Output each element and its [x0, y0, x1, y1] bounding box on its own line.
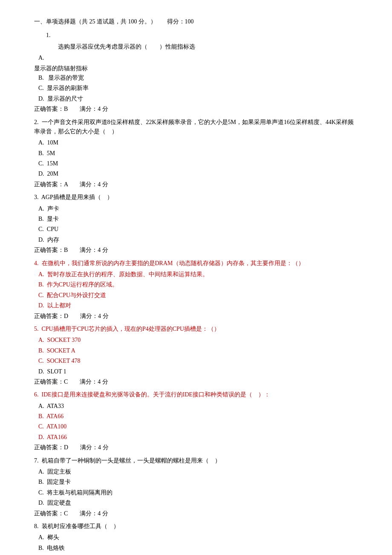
q4-optD: D. 以上都对 — [38, 301, 358, 310]
q7-answer: 正确答案：C 满分：4 分 — [34, 509, 358, 518]
question-8: 8. 装机时应准备哪些工具（ ） A. 榔头 B. 电烙铁 C. 带磁性的螺丝刀… — [34, 522, 358, 555]
q2-optB: B. 5M — [38, 149, 358, 158]
q8-optA: A. 榔头 — [38, 533, 358, 542]
q4-optC: C. 配合CPU与外设打交道 — [38, 291, 358, 300]
q1-number: 1. — [46, 32, 51, 38]
q6-answer: 正确答案：D 满分：4 分 — [34, 443, 358, 452]
q8-title: 8. 装机时应准备哪些工具（ ） — [34, 522, 358, 531]
q1-optB: B. 显示器的带宽 — [38, 73, 358, 83]
q2-optA: A. 10M — [38, 138, 358, 147]
score-display: 得分：100 — [167, 18, 194, 25]
q8-optB: B. 电烙铁 — [38, 543, 358, 553]
q6-optC: C. ATA100 — [38, 422, 358, 431]
q6-title: 6. IDE接口是用来连接硬盘和光驱等设备的。关于流行的IDE接口和种类错误的是… — [34, 390, 358, 399]
question-4: 4. 在微机中，我们通常所说的内存主要指的是DRAM（动态随机存储器）内存条，其… — [34, 259, 358, 321]
q7-title: 7. 机箱自带了一种铜制的一头是螺丝，一头是螺帽的螺柱是用来（ ） — [34, 456, 358, 465]
q7-optC: C. 将主板与机箱间隔离用的 — [38, 488, 358, 497]
q3-optD: D. 内存 — [38, 235, 358, 245]
q3-optC: C. CPU — [38, 225, 358, 234]
q5-answer: 正确答案：C 满分：4 分 — [34, 377, 358, 387]
section-title: 一、单项选择题（共 25 道试题，共 100 分。） — [34, 18, 156, 25]
section-header: 一、单项选择题（共 25 道试题，共 100 分。） 得分：100 — [34, 17, 358, 26]
q1-optA: A. — [38, 53, 358, 63]
q4-title: 4. 在微机中，我们通常所说的内存主要指的是DRAM（动态随机存储器）内存条，其… — [34, 259, 358, 268]
question-5: 5. CPU插槽用于CPU芯片的插入，现在的P4处理器的CPU插槽是：（） A.… — [34, 324, 358, 387]
q5-optD: D. SLOT 1 — [38, 367, 358, 376]
q4-optB: B. 作为CPU运行程序的区域。 — [38, 280, 358, 289]
q1-text: 选购显示器应优先考虑显示器的（ ）性能指标选 — [34, 42, 358, 52]
q6-optB: B. ATA66 — [38, 412, 358, 421]
q1-optD: D. 显示器的尺寸 — [38, 94, 358, 104]
q2-optC: C. 15M — [38, 159, 358, 168]
q7-optB: B. 固定显卡 — [38, 477, 358, 487]
q5-optB: B. SOCKET A — [38, 346, 358, 356]
q5-optC: C. SOCKET 478 — [38, 356, 358, 366]
q1-answer: 正确答案：B 满分：4 分 — [34, 104, 358, 114]
q3-optA: A. 声卡 — [38, 204, 358, 214]
q6-optA: A. ATA33 — [38, 402, 358, 411]
q3-title: 3. AGP插槽是是用来插（ ） — [34, 193, 358, 202]
q4-answer: 正确答案：D 满分：4 分 — [34, 312, 358, 321]
q6-optD: D. ATA166 — [38, 433, 358, 442]
q1-optA-text: 显示器的防辐射指标 — [34, 64, 358, 73]
q5-title: 5. CPU插槽用于CPU芯片的插入，现在的P4处理器的CPU插槽是：（） — [34, 324, 358, 334]
question-3: 3. AGP插槽是是用来插（ ） A. 声卡 B. 显卡 C. CPU D. 内… — [34, 193, 358, 255]
q3-optB: B. 显卡 — [38, 214, 358, 224]
q7-optA: A. 固定主板 — [38, 467, 358, 477]
q7-optD: D. 固定硬盘 — [38, 498, 358, 508]
q2-answer: 正确答案：A 满分：4 分 — [34, 180, 358, 189]
q3-answer: 正确答案：B 满分：4 分 — [34, 246, 358, 255]
q2-title: 2. 一个声音文件采用双声道8位采样精度、22K采样频率录音，它的大小是5M，如… — [34, 118, 358, 137]
question-7: 7. 机箱自带了一种铜制的一头是螺丝，一头是螺帽的螺柱是用来（ ） A. 固定主… — [34, 456, 358, 518]
q4-optA: A. 暂时存放正在执行的程序、原始数据、中间结果和运算结果。 — [38, 270, 358, 279]
q1-optC: C. 显示器的刷新率 — [38, 84, 358, 93]
q5-optA: A. SOCKET 370 — [38, 335, 358, 345]
q1-title: 1. — [34, 31, 358, 40]
question-2: 2. 一个声音文件采用双声道8位采样精度、22K采样频率录音，它的大小是5M，如… — [34, 118, 358, 190]
q1-optA-label: A. — [38, 55, 44, 61]
question-6: 6. IDE接口是用来连接硬盘和光驱等设备的。关于流行的IDE接口和种类错误的是… — [34, 390, 358, 452]
exam-container: 一、单项选择题（共 25 道试题，共 100 分。） 得分：100 1. 选购显… — [34, 17, 358, 555]
q2-optD: D. 20M — [38, 169, 358, 179]
question-1: 1. 选购显示器应优先考虑显示器的（ ）性能指标选 A. 显示器的防辐射指标 B… — [34, 31, 358, 114]
